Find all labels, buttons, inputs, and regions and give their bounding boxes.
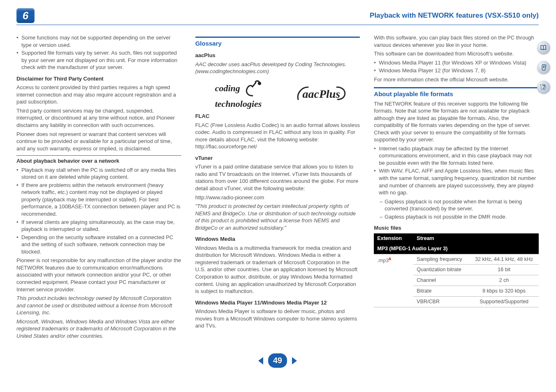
ext-cell: .mp3a — [374, 254, 413, 307]
spec-value: 8 kbps to 320 kbps — [469, 286, 539, 297]
behavior-bullets: Playback may stall when the PC is switch… — [16, 166, 181, 256]
behavior-heading: About playback behavior over a network — [16, 157, 181, 165]
ext-sup: a — [389, 256, 391, 261]
bullet-item: Depending on the security software insta… — [16, 234, 181, 256]
wmp-heading: Windows Media Player 11/Windows Media Pl… — [195, 299, 360, 307]
book-icon[interactable] — [537, 41, 550, 54]
spec-label: Quantization bitrate — [413, 265, 469, 275]
th-stream: Stream — [413, 233, 539, 244]
column-1: Some functions may not be supported depe… — [16, 32, 181, 341]
formats-dash-list: Gapless playback is not possible when th… — [380, 198, 539, 221]
dash-item: Gapless playback is not possible when th… — [380, 198, 539, 212]
music-files-table: Extension Stream MP3 (MPEG-1 Audio Layer… — [374, 233, 539, 307]
col3-intro-foot: For more information check the official … — [374, 76, 539, 83]
bullet-item: Internet radio playback may be affected … — [374, 145, 539, 167]
aacplus-text: AAC decoder uses aacPlus developed by Co… — [195, 61, 360, 75]
coding-logo-glyph-icon — [242, 79, 263, 99]
coding-logo-line2: technologies — [215, 99, 262, 109]
spec-value: 32 kHz, 44.1 kHz, 48 kHz — [469, 254, 539, 265]
logo-row: coding technologies — [195, 79, 360, 108]
vtuner-url: http://www.radio-pioneer.com — [195, 194, 360, 201]
col3-intro-p1: With this software, you can play back fi… — [374, 34, 539, 48]
music-files-heading: Music files — [374, 224, 539, 232]
spec-label: VBR/CBR — [413, 297, 469, 307]
formats-p1: The NETWORK feature of this receiver sup… — [374, 100, 539, 143]
bullet-item: If several clients are playing simultane… — [16, 219, 181, 233]
disclaimer-p1: Access to content provided by third part… — [16, 84, 181, 106]
prev-page-icon[interactable] — [258, 357, 263, 364]
spec-value: 2 ch — [469, 275, 539, 286]
wmp-text: Windows Media Player is software to deli… — [195, 308, 360, 330]
glossary-heading: Glossary — [195, 37, 360, 48]
bullet-item: Windows Media Player 12 (for Windows 7, … — [374, 67, 539, 74]
remote-icon[interactable] — [537, 61, 550, 74]
spec-value: 16 bit — [469, 265, 539, 275]
ms-trademark-note: Microsoft, Windows, Windows Media and Wi… — [16, 318, 181, 340]
column-3: With this software, you can play back fi… — [374, 32, 539, 341]
spec-label: Sampling frequency — [413, 254, 469, 265]
formats-heading: About playable file formats — [374, 87, 539, 98]
side-icon-bar — [537, 41, 550, 94]
table-section-mp3: MP3 (MPEG-1 Audio Layer 3) — [374, 244, 539, 254]
formats-bullets: Internet radio playback may be affected … — [374, 145, 539, 196]
disclaimer-p3: Pioneer does not represent or warrant th… — [16, 131, 181, 152]
coding-technologies-logo: coding technologies — [215, 79, 263, 108]
vtuner-p1: vTuner is a paid online database service… — [195, 163, 360, 192]
svg-point-4 — [259, 82, 261, 84]
next-page-icon[interactable] — [292, 357, 297, 364]
svg-point-3 — [543, 88, 544, 89]
disclaimer-p2: Third party content services may be chan… — [16, 107, 181, 129]
vtuner-legal: "This product is protected by certain in… — [195, 203, 360, 231]
help-icon[interactable] — [537, 81, 550, 94]
dash-item: Gapless playback is not possible in the … — [380, 213, 539, 221]
page-header: 6 Playback with NETWORK features (VSX-S5… — [16, 8, 539, 25]
aacplus-logo: aacPlus — [302, 86, 340, 102]
svg-point-1 — [543, 66, 544, 67]
svg-point-2 — [543, 67, 544, 68]
pager: 49 — [16, 353, 539, 368]
vtuner-heading: vTuner — [195, 154, 360, 162]
disclaimer-heading: Disclaimer for Third Party Content — [16, 75, 181, 83]
column-2: Glossary aacPlus AAC decoder uses aacPlu… — [195, 32, 360, 341]
th-extension: Extension — [374, 233, 413, 244]
ms-license-note: This product includes technology owned b… — [16, 295, 181, 316]
bullet-item: With WAV, FLAC, AIFF and Apple Lossless … — [374, 167, 539, 196]
coding-logo-line1: coding — [215, 83, 240, 93]
col3-intro-bullets: Windows Media Player 11 (for Windows XP … — [374, 59, 539, 74]
bullet-item: Playback may stall when the PC is switch… — [16, 166, 181, 181]
spec-label: Channel — [413, 275, 469, 286]
page-number: 49 — [268, 353, 287, 368]
windows-media-text: Windows Media is a multimedia framework … — [195, 244, 360, 295]
header-title: Playback with NETWORK features (VSX-S510… — [370, 11, 539, 21]
spec-label: Bitrate — [413, 286, 469, 297]
flac-heading: FLAC — [195, 113, 360, 120]
col1-top-bullets: Some functions may not be supported depe… — [16, 34, 181, 71]
bullet-item: Windows Media Player 11 (for Windows XP … — [374, 59, 539, 67]
col3-intro-p2: This software can be downloaded from Mic… — [374, 50, 539, 58]
flac-text: FLAC (Free Lossless Audio Codec) is an a… — [195, 122, 360, 150]
bullet-item: Supported file formats vary by server. A… — [16, 49, 181, 71]
aacplus-logo-text: aacPlus — [302, 88, 340, 100]
aacplus-heading: aacPlus — [195, 52, 360, 59]
chapter-badge: 6 — [16, 8, 35, 23]
bullet-item: Some functions may not be supported depe… — [16, 34, 181, 48]
behavior-footer: Pioneer is not responsible for any malfu… — [16, 257, 181, 293]
ext-text: .mp3 — [377, 258, 389, 263]
spec-value: Supported/Supported — [469, 297, 539, 307]
windows-media-heading: Windows Media — [195, 235, 360, 243]
bullet-item: If there are problems within the network… — [16, 182, 181, 218]
